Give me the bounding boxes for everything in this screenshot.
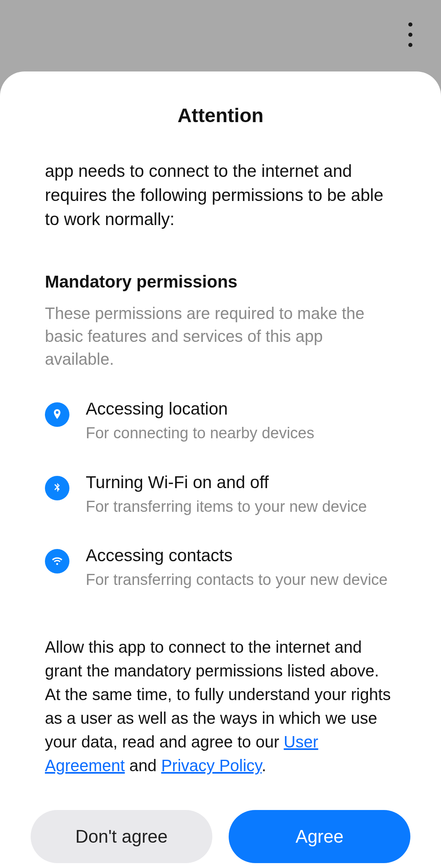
- permission-dialog: Attention app needs to connect to the in…: [0, 71, 441, 868]
- permission-desc: For transferring contacts to your new de…: [86, 569, 396, 590]
- section-desc: These permissions are required to make t…: [45, 302, 396, 370]
- location-pin-icon: [45, 402, 69, 427]
- permission-item: Accessing contacts For transferring cont…: [45, 546, 396, 590]
- dont-agree-button[interactable]: Don't agree: [31, 810, 212, 863]
- footer-end: .: [262, 756, 266, 774]
- agree-button[interactable]: Agree: [229, 810, 410, 863]
- footer-part2a: At the same time, to fully understand yo…: [45, 685, 391, 751]
- permission-title: Turning Wi-Fi on and off: [86, 473, 396, 492]
- permission-title: Accessing contacts: [86, 546, 396, 565]
- footer-between: and: [125, 756, 161, 774]
- permission-item: Accessing location For connecting to nea…: [45, 399, 396, 444]
- overflow-menu-icon[interactable]: [402, 22, 419, 47]
- privacy-policy-link[interactable]: Privacy Policy: [161, 756, 262, 774]
- permission-item: Turning Wi-Fi on and off For transferrin…: [45, 473, 396, 517]
- section-title: Mandatory permissions: [45, 272, 396, 292]
- button-row: Don't agree Agree: [31, 810, 410, 863]
- footer-text: Allow this app to connect to the interne…: [45, 635, 396, 777]
- dialog-title: Attention: [45, 104, 396, 127]
- bluetooth-icon: [45, 476, 69, 500]
- permission-title: Accessing location: [86, 399, 396, 419]
- permission-desc: For transferring items to your new devic…: [86, 496, 396, 517]
- footer-part1: Allow this app to connect to the interne…: [45, 638, 379, 680]
- wifi-icon: [45, 549, 69, 573]
- intro-text: app needs to connect to the internet and…: [45, 159, 396, 231]
- permission-desc: For connecting to nearby devices: [86, 423, 396, 444]
